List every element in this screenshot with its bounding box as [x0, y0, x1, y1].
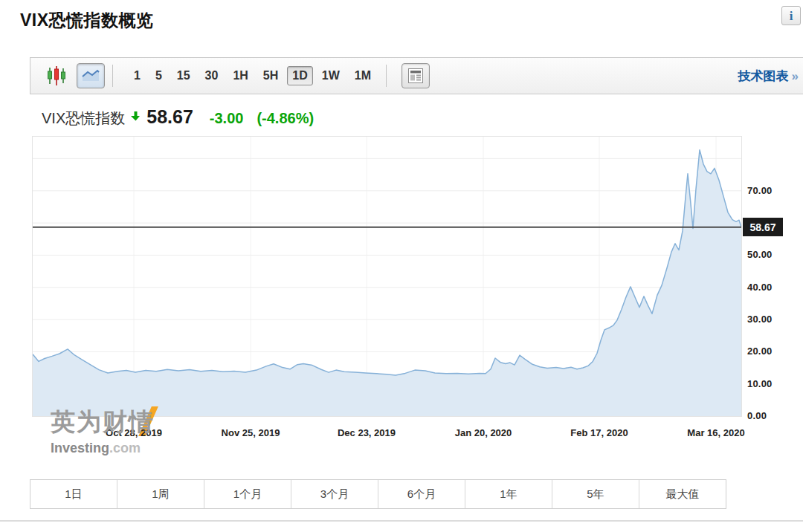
x-axis-label: Dec 23, 2019: [322, 427, 411, 438]
interval-30[interactable]: 30: [199, 66, 225, 85]
interval-1w[interactable]: 1W: [316, 66, 346, 85]
line-chart-icon: [80, 68, 101, 84]
range-button-2[interactable]: 1个月: [204, 480, 291, 508]
chart-card: VIX恐慌指数 58.67 -3.00 (-4.86%) 英为财情 Invest…: [30, 94, 803, 466]
interval-list: 1515301H5H1D1W1M: [126, 66, 378, 85]
x-axis-label: Mar 16, 2020: [671, 427, 761, 438]
y-axis-label: 50.00: [747, 249, 799, 260]
toolbar-separator: [386, 65, 387, 87]
news-panel-icon: [407, 67, 425, 85]
range-selector: 1日1周1个月3个月6个月1年5年最大值: [30, 479, 726, 509]
y-axis-label: 40.00: [747, 282, 799, 293]
toolbar-separator: [112, 65, 113, 87]
interval-15[interactable]: 15: [171, 66, 196, 85]
range-button-3[interactable]: 3个月: [291, 480, 378, 508]
range-button-6[interactable]: 5年: [552, 480, 639, 508]
info-button[interactable]: i: [781, 6, 801, 25]
range-button-7[interactable]: 最大值: [639, 480, 726, 508]
y-axis-label: 20.00: [747, 346, 799, 357]
instrument-name: VIX恐慌指数: [42, 108, 125, 129]
info-icon: i: [790, 10, 793, 22]
bottom-divider: [0, 520, 803, 522]
news-panel-button[interactable]: [402, 63, 430, 88]
technical-chart-link[interactable]: 技术图表»: [738, 68, 799, 85]
quote-header: VIX恐慌指数 58.67 -3.00 (-4.86%): [42, 106, 314, 129]
x-axis: Oct 28, 2019Nov 25, 2019Dec 23, 2019Jan …: [30, 427, 803, 441]
interval-5[interactable]: 5: [149, 66, 168, 85]
chart-plot-area[interactable]: 英为财情 Investing.com: [32, 136, 742, 417]
chart-toolbar: 1515301H5H1D1W1M 技术图表»: [30, 57, 803, 94]
interval-1h[interactable]: 1H: [227, 66, 254, 85]
technical-chart-label: 技术图表: [738, 69, 789, 83]
interval-1m[interactable]: 1M: [349, 66, 377, 85]
candlestick-icon: [47, 65, 66, 87]
range-button-5[interactable]: 1年: [465, 480, 552, 508]
interval-5h[interactable]: 5H: [257, 66, 284, 85]
watermark-en: Investing.com: [51, 441, 155, 456]
y-axis-label: 10.00: [747, 378, 799, 389]
price-down-arrow-icon: [131, 111, 141, 124]
last-price: 58.67: [146, 106, 193, 128]
x-axis-label: Nov 25, 2019: [206, 427, 295, 438]
price-change: -3.00: [210, 110, 244, 127]
last-price-badge: 58.67: [743, 218, 783, 236]
y-axis-label: 0.00: [747, 410, 799, 421]
candlestick-chart-button[interactable]: [44, 63, 69, 88]
chevron-right-icon: »: [792, 69, 799, 83]
range-button-4[interactable]: 6个月: [378, 480, 465, 508]
area-chart: [33, 137, 741, 416]
x-axis-label: Feb 17, 2020: [555, 427, 644, 438]
interval-1d[interactable]: 1D: [287, 66, 312, 85]
line-chart-button[interactable]: [77, 63, 105, 88]
x-axis-label: Jan 20, 2020: [439, 427, 528, 438]
range-button-0[interactable]: 1日: [30, 480, 117, 508]
y-axis-label: 30.00: [747, 314, 799, 325]
price-change-percent: (-4.86%): [257, 110, 314, 127]
page-title: VIX恐慌指数概览: [20, 9, 154, 32]
range-button-1[interactable]: 1周: [117, 480, 204, 508]
x-axis-label: Oct 28, 2019: [89, 427, 178, 438]
interval-1[interactable]: 1: [128, 66, 146, 85]
y-axis-label: 70.00: [747, 185, 799, 196]
